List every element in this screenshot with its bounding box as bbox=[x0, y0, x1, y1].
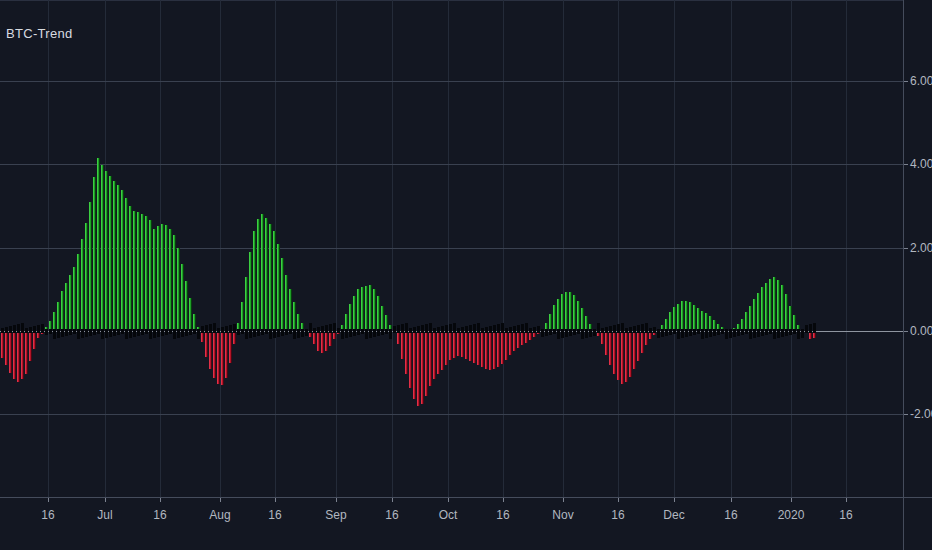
histogram-bar bbox=[525, 332, 528, 343]
zero-noise-bar bbox=[253, 329, 256, 337]
x-axis-label: 2020 bbox=[778, 508, 805, 522]
zero-noise-bar bbox=[361, 329, 364, 334]
histogram-bar bbox=[233, 332, 236, 344]
zero-noise-bar bbox=[161, 329, 164, 336]
histogram-bar bbox=[93, 177, 96, 331]
zero-noise-bar bbox=[529, 328, 532, 333]
histogram-bar bbox=[69, 275, 72, 331]
zero-noise-bar bbox=[689, 329, 692, 336]
zero-noise-bar bbox=[421, 325, 424, 333]
time-axis-tick bbox=[674, 498, 675, 502]
histogram-bar bbox=[241, 302, 244, 331]
zero-noise-bar bbox=[709, 329, 712, 337]
histogram-bar bbox=[789, 306, 792, 331]
histogram-bar bbox=[357, 289, 360, 331]
zero-noise-bar bbox=[625, 328, 628, 333]
zero-noise-bar bbox=[793, 329, 796, 334]
histogram-bar bbox=[701, 311, 704, 331]
x-axis-label: Oct bbox=[439, 508, 458, 522]
histogram-bar bbox=[673, 307, 676, 331]
zero-noise-bar bbox=[233, 324, 236, 333]
zero-noise-bar bbox=[21, 323, 24, 333]
zero-noise-bar bbox=[581, 329, 584, 339]
histogram-bar bbox=[21, 332, 24, 379]
zero-noise-bar bbox=[313, 328, 316, 333]
histogram-bar bbox=[629, 332, 632, 377]
histogram-bar bbox=[481, 332, 484, 367]
histogram-bar bbox=[617, 332, 620, 380]
histogram-bar bbox=[637, 332, 640, 361]
histogram-bar bbox=[381, 306, 384, 331]
x-axis-label: 16 bbox=[268, 508, 281, 522]
plot-area[interactable] bbox=[0, 0, 903, 497]
zero-noise-bar bbox=[9, 326, 12, 333]
histogram-bar bbox=[5, 332, 8, 365]
histogram-bar bbox=[621, 332, 624, 384]
zero-noise-bar bbox=[369, 329, 372, 338]
histogram-bar bbox=[781, 285, 784, 331]
zero-noise-bar bbox=[785, 329, 788, 336]
zero-noise-bar bbox=[657, 329, 660, 338]
histogram-bar bbox=[265, 218, 268, 331]
histogram-bar bbox=[181, 264, 184, 331]
histogram-bar bbox=[501, 332, 504, 364]
zero-noise-bar bbox=[693, 329, 696, 335]
zero-noise-bar bbox=[17, 324, 20, 333]
histogram-bar bbox=[101, 165, 104, 331]
histogram-bar bbox=[457, 332, 460, 356]
histogram-bar bbox=[365, 286, 368, 331]
zero-noise-bar bbox=[573, 329, 576, 335]
time-axis[interactable]: 16Jul16Aug16Sep16Oct16Nov16Dec16202016 bbox=[0, 497, 932, 550]
histogram-bar bbox=[445, 332, 448, 365]
zero-noise-bar bbox=[429, 323, 432, 333]
zero-noise-bar bbox=[801, 329, 804, 338]
zero-noise-bar bbox=[549, 329, 552, 335]
zero-noise-bar bbox=[145, 329, 148, 334]
histogram-bar bbox=[321, 332, 324, 353]
zero-noise-bar bbox=[661, 329, 664, 337]
zero-noise-bar bbox=[701, 329, 704, 339]
zero-noise-bar bbox=[173, 329, 176, 339]
histogram-bar bbox=[257, 219, 260, 331]
zero-noise-bar bbox=[569, 329, 572, 336]
x-axis-label: Sep bbox=[325, 508, 346, 522]
histogram-bar bbox=[401, 332, 404, 359]
zero-noise-bar bbox=[321, 326, 324, 333]
histogram-bar bbox=[313, 332, 316, 344]
histogram-bar bbox=[649, 332, 652, 339]
histogram-bar bbox=[521, 332, 524, 345]
zero-noise-bar bbox=[297, 329, 300, 338]
zero-noise-bar bbox=[377, 329, 380, 336]
histogram-bar bbox=[373, 289, 376, 331]
zero-noise-bar bbox=[425, 324, 428, 333]
price-axis[interactable]: 6.004.002.000.00-2.00 bbox=[903, 0, 932, 550]
zero-noise-bar bbox=[765, 329, 768, 335]
histogram-bar bbox=[141, 214, 144, 331]
x-axis-label: 16 bbox=[724, 508, 737, 522]
x-axis-label: 16 bbox=[496, 508, 509, 522]
zero-noise-bar bbox=[805, 325, 808, 333]
price-axis-tick bbox=[904, 331, 908, 332]
zero-noise-bar bbox=[257, 329, 260, 336]
zero-noise-bar bbox=[809, 324, 812, 333]
histogram-bar bbox=[573, 295, 576, 331]
histogram-bar bbox=[161, 224, 164, 331]
histogram-bar bbox=[453, 332, 456, 358]
price-axis-tick bbox=[904, 414, 908, 415]
zero-noise-bar bbox=[181, 329, 184, 337]
zero-noise-bar bbox=[797, 329, 800, 339]
zero-noise-bar bbox=[193, 329, 196, 334]
zero-noise-bar bbox=[5, 327, 8, 333]
zero-noise-bar bbox=[397, 325, 400, 333]
histogram-bar bbox=[433, 332, 436, 379]
histogram-bar bbox=[425, 332, 428, 396]
histogram-bar bbox=[61, 291, 64, 331]
histogram-bar bbox=[505, 332, 508, 360]
zero-noise-bar bbox=[125, 329, 128, 339]
histogram-bar bbox=[165, 225, 168, 331]
zero-noise-bar bbox=[773, 329, 776, 339]
indicator-title[interactable]: BTC-Trend bbox=[6, 26, 73, 41]
histogram-bar bbox=[113, 181, 116, 331]
zero-noise-bar bbox=[353, 329, 356, 336]
zero-noise-bar bbox=[337, 328, 340, 333]
